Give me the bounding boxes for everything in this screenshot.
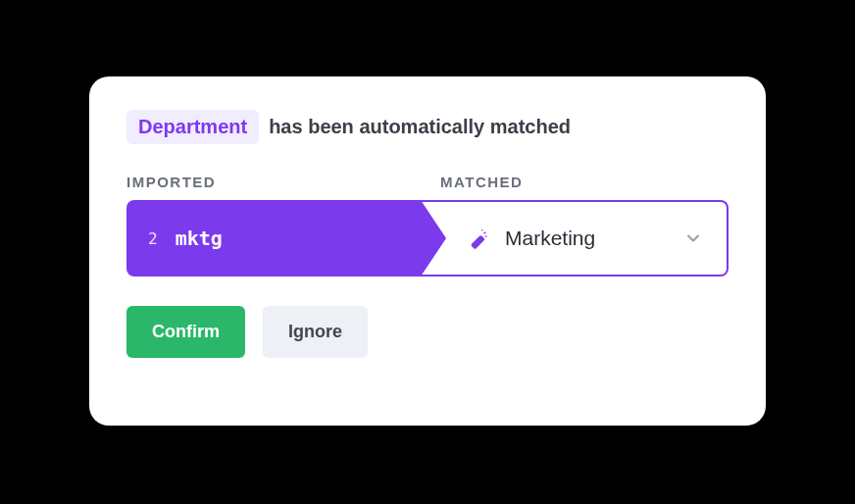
confirm-button[interactable]: Confirm [126, 306, 245, 358]
imported-column-header: IMPORTED [126, 174, 440, 190]
chevron-down-icon [683, 228, 703, 248]
card-header: Department has been automatically matche… [126, 110, 729, 144]
row-index: 2 [148, 229, 158, 248]
action-buttons: Confirm Ignore [126, 306, 729, 358]
svg-point-3 [485, 235, 487, 237]
matched-column-header: MATCHED [440, 174, 729, 190]
match-row: 2 mktg Marketing [126, 200, 729, 277]
svg-point-2 [481, 229, 483, 231]
header-suffix: has been automatically matched [269, 116, 571, 138]
svg-rect-0 [471, 235, 485, 249]
imported-value: mktg [176, 227, 223, 250]
match-card: Department has been automatically matche… [89, 76, 766, 426]
department-chip: Department [126, 110, 259, 144]
imported-cell: 2 mktg [126, 200, 421, 277]
matched-dropdown[interactable]: Marketing [421, 200, 729, 277]
arrow-shape [421, 200, 446, 277]
svg-point-1 [483, 231, 485, 233]
wand-icon [468, 227, 489, 249]
column-headers: IMPORTED MATCHED [126, 174, 729, 190]
ignore-button[interactable]: Ignore [263, 306, 368, 358]
matched-value: Marketing [505, 227, 668, 250]
